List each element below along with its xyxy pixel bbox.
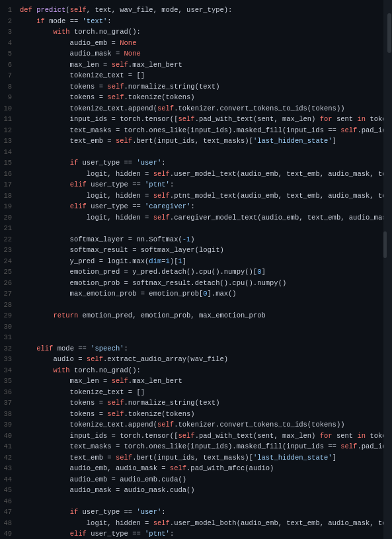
code-line-44: 44 audio_emb = audio_emb.cuda() — [0, 475, 392, 486]
code-line-18: 18 logit, hidden = self.ptnt_model_text(… — [0, 191, 392, 202]
code-line-1: 1 def predict(self, text, wav_file, mode… — [0, 5, 392, 17]
code-line-11: 11 input_ids = torch.tensor([self.pad_wi… — [0, 114, 392, 126]
code-line-33: 33 audio = self.extract_audio_array(wav_… — [0, 354, 392, 366]
code-line-3: 3 with torch.no_grad(): — [0, 27, 392, 38]
code-line-7: 7 tokenize_text = [] — [0, 71, 392, 82]
code-line-2: 2 if mode == 'text': — [0, 17, 392, 28]
code-line-46: 46 — [0, 497, 392, 508]
code-line-10: 10 tokenize_text.append(self.tokenizer.c… — [0, 104, 392, 115]
code-line-6: 6 max_len = self.max_len_bert — [0, 60, 392, 71]
code-line-42: 42 text_emb = self.bert(input_ids, text_… — [0, 453, 392, 464]
code-line-45: 45 audio_mask = audio_mask.cuda() — [0, 485, 392, 497]
code-line-19: 19 elif user_type == 'caregiver': — [0, 202, 392, 213]
code-line-21: 21 — [0, 224, 392, 235]
code-line-16: 16 logit, hidden = self.user_model_text(… — [0, 169, 392, 181]
code-line-8: 8 tokens = self.normalize_string(text) — [0, 82, 392, 93]
code-line-34: 34 with torch.no_grad(): — [0, 366, 392, 377]
code-line-22: 22 softmax_layer = nn.Softmax(-1) — [0, 235, 392, 246]
code-line-20: 20 logit, hidden = self.caregiver_model_… — [0, 213, 392, 224]
code-line-25: 25 emotion_pred = y_pred.detach().cpu().… — [0, 267, 392, 278]
code-line-38: 38 tokens = self.tokenize(tokens) — [0, 409, 392, 421]
code-line-5: 5 audio_mask = None — [0, 49, 392, 60]
code-line-15: 15 if user_type == 'user': — [0, 158, 392, 169]
code-line-29: 29 return emotion_pred, emotion_prob, ma… — [0, 311, 392, 322]
code-line-12: 12 text_masks = torch.ones_like(input_id… — [0, 126, 392, 137]
code-line-31: 31 — [0, 333, 392, 344]
code-line-37: 37 tokens = self.normalize_string(text) — [0, 398, 392, 409]
code-line-41: 41 text_masks = torch.ones_like(input_id… — [0, 442, 392, 453]
code-line-47: 47 if user_type == 'user': — [0, 507, 392, 518]
code-line-40: 40 input_ids = torch.tensor([self.pad_wi… — [0, 431, 392, 442]
code-line-9: 9 tokens = self.tokenize(tokens) — [0, 93, 392, 104]
code-line-35: 35 max_len = self.max_len_bert — [0, 376, 392, 388]
code-line-36: 36 tokenize_text = [] — [0, 388, 392, 399]
code-line-39: 39 tokenize_text.append(self.tokenizer.c… — [0, 420, 392, 431]
code-editor[interactable]: 1 def predict(self, text, wav_file, mode… — [0, 0, 392, 539]
code-line-43: 43 audio_emb, audio_mask = self.pad_with… — [0, 464, 392, 475]
code-line-14: 14 — [0, 147, 392, 159]
code-line-17: 17 elif user_type == 'ptnt': — [0, 180, 392, 191]
code-line-4: 4 audio_emb = None — [0, 38, 392, 50]
code-line-24: 24 y_pred = logit.max(dim=1)[1] — [0, 257, 392, 268]
code-line-30: 30 — [0, 322, 392, 333]
code-line-28: 28 — [0, 300, 392, 311]
code-line-32: 32 elif mode == 'speech': — [0, 344, 392, 355]
code-line-48: 48 logit, hidden = self.user_model_both(… — [0, 518, 392, 530]
code-line-23: 23 softmax_result = softmax_layer(logit) — [0, 245, 392, 257]
code-line-13: 13 text_emb = self.bert(input_ids, text_… — [0, 136, 392, 147]
code-line-27: 27 max_emotion_prob = emotion_prob[0].ma… — [0, 289, 392, 300]
code-line-49: 49 elif user_type == 'ptnt': — [0, 529, 392, 539]
code-line-26: 26 emotion_prob = softmax_result.detach(… — [0, 278, 392, 290]
